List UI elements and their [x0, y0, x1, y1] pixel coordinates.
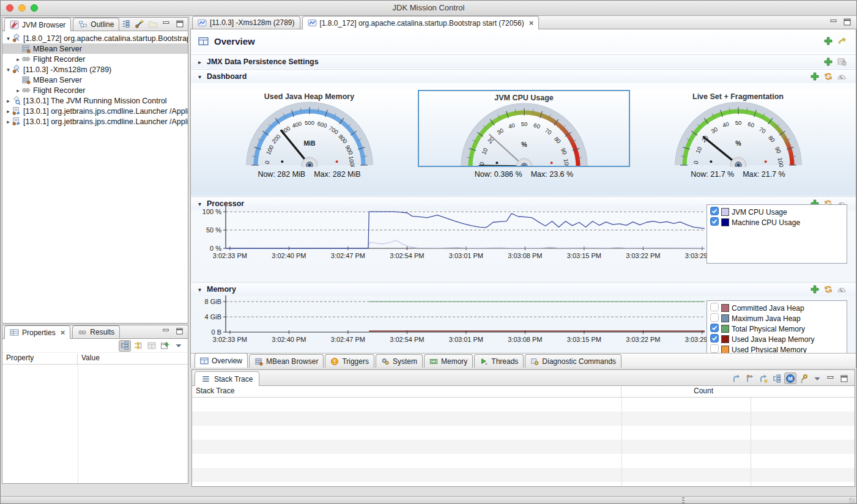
- prev-frame-button[interactable]: [730, 372, 743, 384]
- column-property[interactable]: Property: [2, 354, 78, 364]
- tree-item[interactable]: ▾[11.0.3] -Xms128m (2789): [2, 64, 188, 75]
- series-checkbox[interactable]: [710, 217, 719, 228]
- add-chart-button[interactable]: [822, 56, 834, 68]
- stack-trace-table-body[interactable]: [192, 398, 855, 486]
- tree-collapsed-arrow[interactable]: ▸: [5, 108, 12, 114]
- maximize-button[interactable]: [838, 372, 850, 384]
- gauge-live-set-fragmentation[interactable]: Live Set + Fragmentation 010203040506070…: [632, 90, 844, 167]
- tree-item[interactable]: ▸Flight Recorder: [2, 85, 188, 95]
- gauge-title: JVM CPU Usage: [419, 93, 629, 103]
- minimize-button[interactable]: [825, 372, 837, 384]
- close-window-button[interactable]: [6, 4, 13, 12]
- tree-item[interactable]: MBean Server: [2, 75, 188, 85]
- tree-expanded-arrow[interactable]: ▾: [5, 35, 12, 42]
- page-tab-triggers[interactable]: Triggers: [325, 354, 374, 368]
- page-tab-system[interactable]: System: [376, 354, 423, 368]
- gauge-jvm-cpu-usage[interactable]: JVM CPU Usage 0102030405060708090100%: [418, 90, 630, 167]
- minimize-button[interactable]: [160, 18, 173, 29]
- column-count[interactable]: Count: [621, 387, 785, 397]
- tree-item[interactable]: ▸[13.0.1] org.jetbrains.jps.cmdline.Laun…: [2, 116, 188, 127]
- section-jmx-data-persistence-header[interactable]: ▸ JMX Data Persistence Settings: [191, 54, 856, 69]
- editor-tab[interactable]: [1.8.0_172] org.apache.catalina.startup.…: [302, 16, 540, 29]
- series-checkbox[interactable]: [710, 303, 719, 313]
- collapse-all-button[interactable]: [120, 18, 132, 29]
- zoom-window-button[interactable]: [31, 4, 38, 12]
- maximize-view-button[interactable]: [173, 325, 185, 337]
- persistence-disabled-button[interactable]: [836, 56, 848, 68]
- page-tab-diagnostic-commands[interactable]: Diagnostic Commands: [525, 354, 621, 368]
- page-tab-overview[interactable]: Overview: [195, 353, 248, 368]
- refresh-button[interactable]: [822, 71, 834, 83]
- maximize-button[interactable]: [841, 16, 853, 28]
- section-dashboard-header[interactable]: ▾ Dashboard: [191, 69, 856, 83]
- series-checkbox[interactable]: [710, 313, 719, 324]
- minimize-view-button[interactable]: [160, 325, 172, 337]
- legend-item[interactable]: JVM CPU Usage: [708, 207, 845, 217]
- section-collapsed-arrow[interactable]: ▸: [198, 59, 207, 65]
- tree-mode-button[interactable]: [119, 340, 131, 352]
- page-tab-mbean-browser[interactable]: MBean Browser: [249, 354, 324, 368]
- sort-button[interactable]: [132, 340, 144, 352]
- tree-item[interactable]: ▸Flight Recorder: [2, 54, 188, 64]
- distinguish-frames-button[interactable]: [798, 372, 810, 384]
- add-chart-button[interactable]: [809, 284, 821, 295]
- svg-text:MiB: MiB: [303, 139, 316, 147]
- view-menu-button[interactable]: [173, 340, 185, 352]
- gauge-used-java-heap-memory[interactable]: Used Java Heap Memory 010020030040050060…: [203, 90, 415, 167]
- minimize-button[interactable]: [828, 16, 840, 28]
- tree-item[interactable]: ▸[13.0.1] org.jetbrains.jps.cmdline.Laun…: [2, 106, 188, 116]
- tree-collapsed-arrow[interactable]: ▸: [5, 98, 12, 104]
- next-frame-button[interactable]: [744, 372, 756, 384]
- tab-outline[interactable]: Outline: [73, 18, 119, 31]
- minimize-window-button[interactable]: [18, 4, 26, 12]
- view-menu-button[interactable]: [811, 372, 823, 384]
- editor-tab[interactable]: [11.0.3] -Xms128m (2789): [192, 16, 300, 29]
- tab-properties[interactable]: Properties ×: [4, 325, 70, 339]
- tree-item[interactable]: ▸[13.0.1] The JVM Running Mission Contro…: [2, 95, 188, 106]
- gauge-disabled-button[interactable]: [836, 71, 848, 83]
- tree-collapsed-arrow[interactable]: ▸: [15, 56, 21, 62]
- tree-expanded-arrow[interactable]: ▾: [5, 67, 12, 73]
- accessibility-button[interactable]: [836, 35, 848, 47]
- tab-jvm-browser[interactable]: JVM Browser: [4, 18, 71, 31]
- page-tab-threads[interactable]: Threads: [474, 354, 524, 368]
- tree-item[interactable]: ▾[1.8.0_172] org.apache.catalina.startup…: [2, 33, 188, 43]
- pin-button[interactable]: [159, 340, 171, 352]
- resize-grip[interactable]: [849, 498, 855, 504]
- tab-stack-trace[interactable]: Stack Trace: [195, 371, 259, 386]
- add-chart-button[interactable]: [822, 35, 834, 47]
- jmc-window: JDK Mission Control JVM Browser Outline …: [0, 0, 857, 504]
- layout-tree-button[interactable]: [771, 372, 783, 384]
- legend-item[interactable]: Machine CPU Usage: [708, 217, 845, 228]
- new-folder-disabled-button[interactable]: [147, 18, 159, 29]
- refresh-button[interactable]: [822, 284, 834, 295]
- filter-disabled-button[interactable]: [146, 340, 158, 352]
- legend-item[interactable]: Total Physical Memory: [708, 324, 845, 334]
- maximize-button[interactable]: [174, 18, 186, 29]
- page-tab-memory[interactable]: Memory: [424, 354, 473, 368]
- series-checkbox[interactable]: [710, 334, 719, 344]
- status-bar-grip[interactable]: [682, 497, 684, 504]
- method-format-button[interactable]: M: [784, 372, 796, 384]
- close-tab-icon[interactable]: ×: [529, 20, 534, 26]
- legend-item[interactable]: Committed Java Heap: [708, 303, 845, 313]
- memory-chart[interactable]: 0 B4 GiB8 GiB3:02:33 PM3:02:40 PM3:02:47…: [196, 293, 710, 349]
- gauge-disabled-button[interactable]: [836, 284, 848, 295]
- tab-results[interactable]: Results: [72, 325, 120, 338]
- section-expanded-arrow[interactable]: ▾: [198, 73, 207, 80]
- series-checkbox[interactable]: [710, 324, 719, 334]
- add-chart-button[interactable]: [809, 71, 821, 83]
- open-frame-button[interactable]: [757, 372, 770, 384]
- close-tab-icon[interactable]: ×: [61, 330, 65, 336]
- section-expanded-arrow[interactable]: ▾: [198, 286, 207, 293]
- tree-collapsed-arrow[interactable]: ▸: [15, 87, 21, 94]
- new-jvm-connection-button[interactable]: [133, 18, 146, 29]
- series-checkbox[interactable]: [710, 207, 719, 217]
- column-stack-trace[interactable]: Stack Trace: [192, 387, 621, 397]
- legend-item[interactable]: Maximum Java Heap: [708, 313, 845, 324]
- processor-chart[interactable]: 0 %50 %100 %3:02:33 PM3:02:40 PM3:02:47 …: [196, 203, 710, 267]
- column-value[interactable]: Value: [78, 354, 100, 364]
- tree-collapsed-arrow[interactable]: ▸: [5, 119, 12, 125]
- tree-item[interactable]: MBean Server: [2, 43, 188, 54]
- legend-item[interactable]: Used Java Heap Memory: [708, 334, 845, 344]
